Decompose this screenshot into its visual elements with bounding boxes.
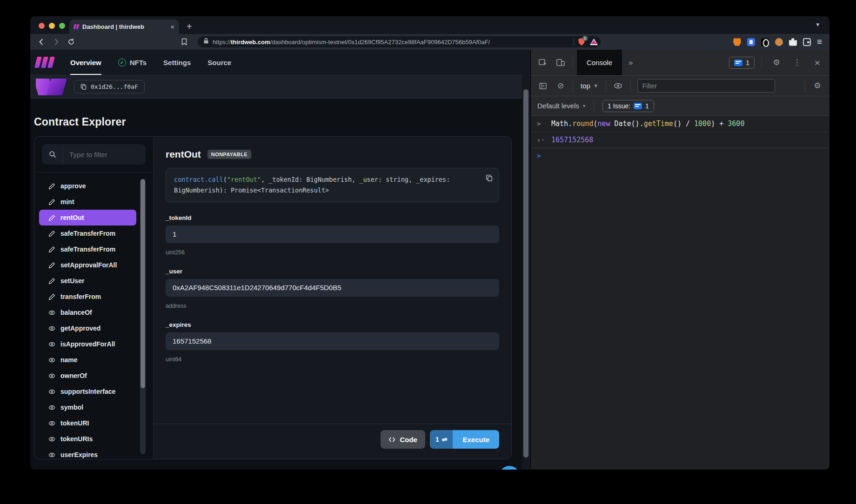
devtools-settings-icon[interactable]: ⚙	[768, 54, 785, 71]
device-toolbar-icon[interactable]	[552, 54, 569, 71]
brave-rewards-icon[interactable]	[590, 39, 598, 45]
clear-console-icon[interactable]: ⊘	[552, 78, 569, 94]
sidebar-item-mint[interactable]: mint	[39, 194, 136, 210]
page-scrollbar-thumb[interactable]	[523, 89, 528, 458]
function-filter-input[interactable]	[63, 151, 146, 159]
log-levels-dropdown[interactable]: Default levels ▾	[537, 102, 585, 110]
oval-extension-icon[interactable]	[761, 38, 769, 46]
sidebar-item-balanceof[interactable]: balanceOf	[39, 305, 136, 320]
page-scrollbar[interactable]	[522, 50, 530, 470]
nav-item-settings[interactable]: Settings	[163, 50, 191, 75]
browser-window: Dashboard | thirdweb × + ▾ https://third…	[30, 16, 829, 470]
bookmark-icon[interactable]	[181, 38, 187, 46]
more-tabs-icon[interactable]: »	[629, 58, 633, 67]
function-label: rentOut	[60, 214, 84, 221]
nav-item-nfts[interactable]: ✓ NFTs	[118, 50, 147, 75]
execute-button[interactable]: Execute	[453, 430, 499, 449]
reload-icon[interactable]	[67, 38, 75, 46]
minimize-window-button[interactable]	[49, 23, 55, 29]
function-list-scrollbar[interactable]	[140, 179, 146, 454]
expires-input[interactable]	[166, 332, 499, 350]
function-label: balanceOf	[60, 309, 92, 316]
batch-count-button[interactable]: 1 ⇌	[430, 430, 453, 449]
console-input-entry: > Math.round(new Date().getTime() / 1000…	[531, 116, 829, 132]
sidebar-item-userexpires[interactable]: userExpires	[39, 447, 136, 459]
function-label: setApprovalForAll	[60, 261, 117, 269]
devtools-menu-icon[interactable]: ⋮	[789, 54, 805, 71]
close-tab-icon[interactable]: ×	[170, 23, 174, 30]
issues-counter-button[interactable]: 1	[729, 57, 755, 69]
tab-search-chevron-icon[interactable]: ▾	[816, 21, 819, 28]
sidebar-item-name[interactable]: name	[39, 352, 136, 368]
sidebar-item-getapproved[interactable]: getApproved	[39, 320, 136, 336]
sidebar-item-setapprovalforall[interactable]: setApprovalForAll	[39, 257, 136, 273]
function-sidebar: approve mint rentOut	[34, 137, 154, 459]
contract-address-badge[interactable]: 0x1d26...f0aF	[74, 80, 145, 93]
issues-bubble-icon	[634, 103, 642, 109]
eye-icon	[48, 325, 55, 332]
console-filter-input[interactable]	[637, 79, 775, 93]
tokenid-input[interactable]	[166, 225, 499, 243]
console-log-area[interactable]: > Math.round(new Date().getTime() / 1000…	[531, 116, 829, 470]
sidebar-item-symbol[interactable]: symbol	[39, 399, 136, 415]
tab-console[interactable]: Console	[577, 50, 622, 75]
console-sidebar-toggle-icon[interactable]	[535, 78, 551, 94]
function-signature: contract.call("rentOut", _tokenId: BigNu…	[166, 168, 499, 202]
context-selector[interactable]: top ▼	[577, 82, 602, 90]
execute-label: Execute	[462, 436, 489, 444]
function-label: symbol	[60, 404, 83, 411]
nav-item-source[interactable]: Source	[207, 50, 231, 75]
console-prompt-row[interactable]: >	[531, 148, 829, 163]
sidebar-item-safetransferfrom-2[interactable]: safeTransferFrom	[39, 241, 136, 257]
field-label-user: _user	[166, 268, 499, 275]
inspect-element-icon[interactable]	[535, 54, 551, 71]
sidebar-item-rentout[interactable]: rentOut	[39, 210, 136, 225]
extensions-puzzle-icon[interactable]	[789, 38, 797, 46]
thirdweb-logo-icon[interactable]	[36, 57, 54, 68]
sidebar-item-tokenuris[interactable]: tokenURIs	[39, 431, 136, 447]
sidebar-item-ownerof[interactable]: ownerOf	[39, 368, 136, 384]
eye-icon	[48, 420, 55, 427]
monkey-extension-icon[interactable]	[775, 38, 783, 46]
sidebar-item-safetransferfrom-1[interactable]: safeTransferFrom	[39, 225, 136, 241]
wallet-extension-icon[interactable]	[803, 38, 811, 46]
url-bar[interactable]: https://thirdweb.com/dashboard/optimism-…	[198, 36, 601, 47]
console-prompt-chevron-icon: >	[537, 152, 545, 159]
zoom-window-button[interactable]	[59, 23, 65, 29]
console-settings-icon[interactable]: ⚙	[809, 78, 826, 94]
sidebar-item-approve[interactable]: approve	[39, 178, 136, 194]
close-window-button[interactable]	[39, 23, 45, 29]
forward-icon[interactable]	[53, 38, 60, 46]
code-button[interactable]: Code	[381, 430, 425, 449]
eye-icon	[48, 341, 55, 348]
copy-signature-icon[interactable]	[486, 174, 493, 185]
sidebar-item-tokenuri[interactable]: tokenURI	[39, 415, 136, 431]
url-text: https://thirdweb.com/dashboard/optimism-…	[213, 39, 570, 46]
urlbar-divider	[574, 39, 574, 46]
function-filter	[42, 144, 146, 165]
user-address-input[interactable]	[166, 279, 499, 297]
nav-item-overview[interactable]: Overview	[70, 50, 101, 75]
sidebar-item-isapprovedforall[interactable]: isApprovedForAll	[39, 336, 136, 352]
brave-shield-icon[interactable]: 1	[578, 38, 586, 46]
console-result-entry: ‹· 1657152568	[531, 132, 829, 148]
sidebar-item-setuser[interactable]: setUser	[39, 273, 136, 289]
function-list: approve mint rentOut	[34, 172, 153, 459]
sidebar-item-supportsinterface[interactable]: supportsInterface	[39, 384, 136, 399]
issues-count: 1	[645, 102, 649, 110]
browser-tab[interactable]: Dashboard | thirdweb ×	[69, 20, 179, 34]
eye-icon	[48, 357, 55, 364]
live-expression-eye-icon[interactable]	[610, 78, 627, 94]
devtools-close-icon[interactable]: ×	[809, 54, 826, 71]
sidebar-item-transferfrom[interactable]: transferFrom	[39, 289, 136, 305]
context-label: top	[581, 82, 590, 90]
browser-menu-icon[interactable]: ≡	[817, 37, 822, 47]
copy-icon	[80, 84, 87, 90]
back-icon[interactable]	[38, 38, 45, 46]
issues-pill-button[interactable]: 1 Issue: 1	[602, 100, 654, 112]
function-label: mint	[60, 198, 74, 206]
metamask-extension-icon[interactable]	[733, 38, 741, 46]
blue-wallet-extension-icon[interactable]	[747, 38, 755, 46]
new-tab-button[interactable]: +	[187, 21, 192, 32]
tab-bar: Dashboard | thirdweb × + ▾	[30, 16, 829, 34]
